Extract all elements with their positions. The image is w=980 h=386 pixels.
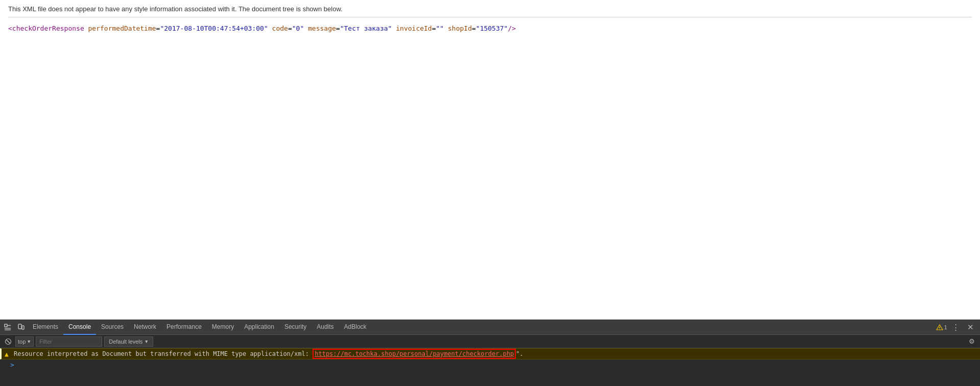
xml-attr-value-1: "2017-08-10T00:47:54+03:00" [160,25,268,32]
svg-rect-5 [22,326,24,329]
xml-attr-value-2: "0" [292,25,304,32]
tab-network[interactable]: Network [129,320,161,335]
default-levels-button[interactable]: Default levels ▼ [104,336,153,347]
devtools-right-icons: 1 ⋮ ✕ [935,321,979,334]
tab-performance[interactable]: Performance [161,320,207,335]
xml-tag-close: /> [508,25,516,32]
devtools-warning-count[interactable]: 1 [935,321,948,334]
tab-console[interactable]: Console [63,320,96,335]
xml-tag-open: <checkOrderResponse [8,25,84,32]
warning-url-box: https://mc.tochka.shop/personal/payment/… [313,349,516,359]
devtools-tabs-bar: Elements Console Sources Network Perform… [0,320,980,335]
tab-elements[interactable]: Elements [28,320,63,335]
xml-viewer: This XML file does not appear to have an… [0,0,980,320]
tab-application[interactable]: Application [239,320,279,335]
tab-audits[interactable]: Audits [312,320,339,335]
xml-notice-text: This XML file does not appear to have an… [8,5,972,17]
warning-triangle-icon: ▲ [5,350,9,358]
warning-link[interactable]: https://mc.tochka.shop/personal/payment/… [315,350,514,357]
console-messages-area: ▲ Resource interpreted as Document but t… [0,348,980,386]
tab-adblock[interactable]: AdBlock [339,320,372,335]
svg-point-9 [940,328,940,329]
console-warning-message: ▲ Resource interpreted as Document but t… [0,348,980,359]
tab-sources[interactable]: Sources [96,320,129,335]
xml-attr-name-3: message [308,25,336,32]
warning-text: Resource interpreted as Document but tra… [14,350,523,357]
devtools-close-button[interactable]: ✕ [964,321,977,334]
xml-content: <checkOrderResponse performedDatetime="2… [8,22,972,34]
svg-rect-4 [18,324,21,329]
devtools-inspect-icon[interactable] [1,321,14,334]
console-context-selector[interactable]: top ▼ [15,336,34,347]
xml-attr-name-1: performedDatetime [88,25,156,32]
svg-line-11 [7,340,10,343]
console-toolbar: top ▼ Default levels ▼ ⚙ [0,335,980,348]
levels-chevron-icon: ▼ [144,339,149,344]
tab-memory[interactable]: Memory [207,320,239,335]
devtools-device-icon[interactable] [14,321,28,334]
console-settings-button[interactable]: ⚙ [967,336,977,347]
context-chevron-icon: ▼ [27,339,31,344]
svg-rect-0 [5,324,7,327]
devtools-more-button[interactable]: ⋮ [949,321,963,334]
tab-security[interactable]: Security [279,320,312,335]
devtools-panel: Elements Console Sources Network Perform… [0,320,980,386]
console-clear-button[interactable] [3,336,13,347]
console-filter-input[interactable] [36,336,102,347]
xml-attr-name-4: invoiceId [396,25,432,32]
console-prompt-line: > [0,359,980,370]
xml-attr-value-5: "150537" [476,25,508,32]
prompt-chevron-icon: > [10,361,14,369]
xml-attr-value-4: "" [436,25,444,32]
xml-attr-name-2: code [272,25,288,32]
xml-attr-value-3: "Тест заказа" [340,25,392,32]
xml-attr-name-5: shopId [448,25,472,32]
